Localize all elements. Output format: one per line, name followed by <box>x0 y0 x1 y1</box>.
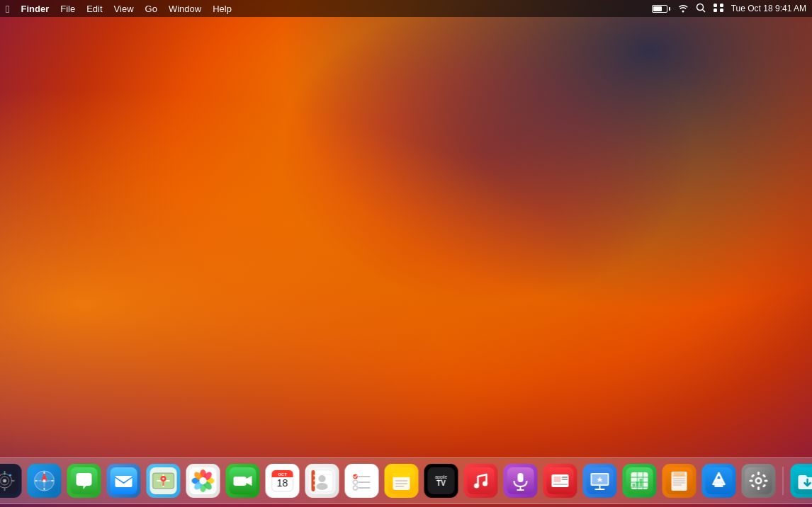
control-center-icon[interactable] <box>713 3 724 15</box>
dock-item-messages[interactable] <box>66 462 103 499</box>
dock-item-notes[interactable] <box>383 462 420 499</box>
dock-item-reminders[interactable] <box>344 462 380 499</box>
dock-item-safari[interactable] <box>26 462 63 499</box>
wifi-icon <box>677 3 689 15</box>
search-icon[interactable] <box>696 3 706 15</box>
svg-rect-72 <box>314 484 315 486</box>
menubar-right: Tue Oct 18 9:41 AM <box>652 3 806 15</box>
dock-item-contacts[interactable] <box>304 462 341 499</box>
svg-rect-70 <box>314 474 315 477</box>
svg-rect-3 <box>720 4 723 7</box>
svg-point-17 <box>3 479 6 483</box>
svg-rect-136 <box>750 480 753 482</box>
dock-item-mail[interactable] <box>106 462 142 499</box>
file-menu[interactable]: File <box>60 4 75 14</box>
dock-item-podcasts[interactable] <box>502 462 539 499</box>
svg-rect-100 <box>554 477 561 482</box>
svg-text:18: 18 <box>277 477 288 489</box>
svg-rect-4 <box>714 8 717 12</box>
dock-item-facetime[interactable] <box>225 462 261 499</box>
svg-text:OCT: OCT <box>278 472 287 477</box>
dock-item-news[interactable] <box>542 462 579 499</box>
dock-item-photos[interactable] <box>185 462 222 499</box>
help-menu[interactable]: Help <box>213 4 232 14</box>
menubar:  Finder File Edit View Go Window Help <box>0 0 812 17</box>
svg-point-68 <box>317 483 328 490</box>
finder-menu[interactable]: Finder <box>21 4 49 14</box>
svg-rect-137 <box>765 480 768 482</box>
svg-point-93 <box>483 482 487 486</box>
svg-rect-118 <box>636 482 639 486</box>
dock-item-numbers[interactable] <box>621 462 658 499</box>
dock-item-appstore[interactable] <box>701 462 738 499</box>
dock-item-sysprefs[interactable] <box>740 462 777 499</box>
svg-rect-2 <box>714 4 717 7</box>
dock-item-clean[interactable] <box>789 462 813 499</box>
svg-point-31 <box>43 479 46 482</box>
svg-rect-5 <box>720 8 723 12</box>
view-menu[interactable]: View <box>114 4 134 14</box>
svg-point-92 <box>474 484 479 489</box>
svg-rect-91 <box>468 467 495 494</box>
svg-text:TV: TV <box>436 479 446 487</box>
dock-item-maps[interactable] <box>145 462 182 499</box>
svg-point-53 <box>200 477 207 484</box>
svg-rect-55 <box>234 477 247 486</box>
svg-rect-119 <box>640 479 643 486</box>
svg-rect-117 <box>633 484 636 486</box>
dock-item-appletv[interactable]: apple TV <box>423 462 460 499</box>
dock-item-pages[interactable] <box>661 462 698 499</box>
apple-menu[interactable]:  <box>6 3 9 15</box>
svg-point-0 <box>697 4 703 10</box>
svg-line-1 <box>702 9 705 12</box>
svg-point-24 <box>9 474 11 477</box>
desktop <box>0 0 812 507</box>
battery-icon <box>652 5 670 13</box>
svg-point-23 <box>4 473 6 475</box>
svg-rect-84 <box>393 475 410 477</box>
svg-point-43 <box>162 478 164 480</box>
dock-item-music[interactable] <box>463 462 500 499</box>
svg-rect-127 <box>674 472 685 475</box>
svg-rect-135 <box>757 486 760 490</box>
menubar-left:  Finder File Edit View Go Window Help <box>6 3 232 15</box>
svg-point-67 <box>319 475 326 482</box>
dock-item-launchpad[interactable] <box>0 462 23 499</box>
window-menu[interactable]: Window <box>169 4 201 14</box>
dock: OCT 18 <box>0 457 812 504</box>
dock-separator <box>783 467 784 495</box>
svg-rect-38 <box>115 476 132 487</box>
svg-rect-71 <box>314 479 315 482</box>
svg-rect-95 <box>518 473 524 482</box>
dock-item-calendar[interactable]: OCT 18 <box>264 462 301 499</box>
datetime[interactable]: Tue Oct 18 9:41 AM <box>731 4 806 13</box>
svg-point-133 <box>757 479 760 483</box>
edit-menu[interactable]: Edit <box>86 4 102 14</box>
dock-item-keynote[interactable] <box>582 462 619 499</box>
go-menu[interactable]: Go <box>145 4 157 14</box>
svg-rect-134 <box>757 472 760 475</box>
